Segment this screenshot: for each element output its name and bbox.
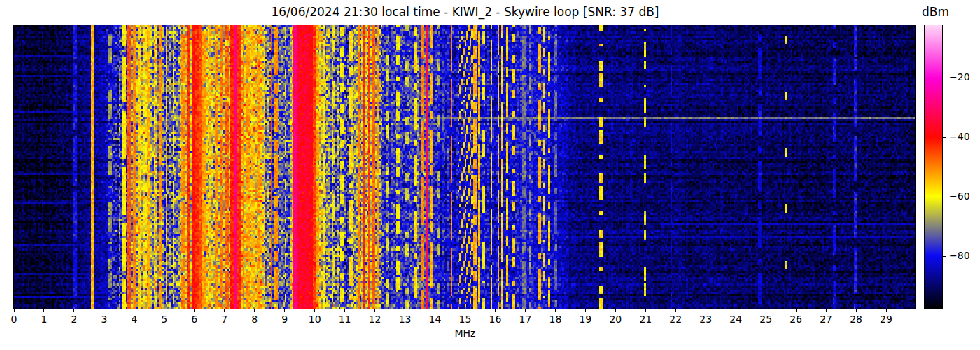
- x-tick-mark: [826, 309, 827, 312]
- x-tick-mark: [525, 309, 526, 312]
- x-tick-mark: [104, 309, 104, 312]
- x-tick-mark: [766, 309, 766, 312]
- x-tick-mark: [254, 309, 255, 312]
- x-tick-label: 24: [729, 314, 742, 325]
- x-tick-label: 4: [131, 314, 137, 325]
- x-tick-label: 21: [639, 314, 652, 325]
- x-tick-mark: [796, 309, 797, 312]
- x-tick-label: 18: [549, 314, 561, 325]
- colorbar-tick-mark: [943, 137, 946, 138]
- x-tick-label: 11: [339, 314, 351, 325]
- waterfall-plot-area: [13, 24, 916, 309]
- x-tick-mark: [194, 309, 195, 312]
- x-tick-label: 28: [850, 314, 862, 325]
- x-tick-mark: [134, 309, 134, 312]
- x-tick-label: 23: [699, 314, 712, 325]
- colorbar: [924, 24, 943, 309]
- x-tick-label: 9: [281, 314, 288, 325]
- x-tick-label: 27: [820, 314, 832, 325]
- x-tick-mark: [585, 309, 586, 312]
- x-tick-mark: [74, 309, 74, 312]
- x-tick-mark: [465, 309, 465, 312]
- x-tick-label: 3: [101, 314, 107, 325]
- x-tick-label: 5: [161, 314, 167, 325]
- colorbar-tick-label: −20: [949, 72, 970, 83]
- x-tick-mark: [706, 309, 706, 312]
- x-tick-mark: [856, 309, 857, 312]
- x-tick-label: 19: [579, 314, 592, 325]
- x-tick-label: 1: [41, 314, 47, 325]
- colorbar-label: dBm: [922, 5, 949, 19]
- x-tick-label: 22: [669, 314, 682, 325]
- x-tick-mark: [555, 309, 556, 312]
- colorbar-tick-mark: [943, 78, 946, 78]
- x-tick-mark: [736, 309, 736, 312]
- chart-title: 16/06/2024 21:30 local time - KIWI_2 - S…: [14, 5, 916, 19]
- x-tick-label: 10: [309, 314, 321, 325]
- x-tick-mark: [284, 309, 285, 312]
- x-tick-mark: [43, 309, 44, 312]
- colorbar-tick-label: −40: [949, 131, 970, 142]
- x-axis-label: MHz: [14, 328, 916, 339]
- x-tick-mark: [645, 309, 646, 312]
- x-tick-label: 7: [221, 314, 227, 325]
- x-tick-label: 15: [459, 314, 472, 325]
- x-tick-mark: [495, 309, 496, 312]
- x-tick-mark: [676, 309, 676, 312]
- colorbar-tick-label: −80: [949, 250, 970, 261]
- x-tick-mark: [224, 309, 225, 312]
- colorbar-tick-mark: [943, 197, 946, 197]
- x-tick-label: 29: [880, 314, 892, 325]
- x-tick-label: 17: [519, 314, 532, 325]
- x-tick-label: 20: [609, 314, 622, 325]
- waterfall-canvas: [14, 25, 915, 309]
- x-tick-mark: [344, 309, 345, 312]
- spectrogram-figure: 16/06/2024 21:30 local time - KIWI_2 - S…: [0, 0, 980, 350]
- x-tick-label: 13: [399, 314, 412, 325]
- x-tick-label: 8: [251, 314, 258, 325]
- x-tick-mark: [314, 309, 315, 312]
- x-tick-mark: [435, 309, 435, 312]
- x-tick-label: 26: [790, 314, 802, 325]
- x-tick-label: 2: [71, 314, 77, 325]
- colorbar-tick-label: −60: [949, 190, 970, 202]
- x-tick-mark: [14, 309, 15, 312]
- x-tick-label: 6: [191, 314, 197, 325]
- x-tick-mark: [405, 309, 405, 312]
- x-tick-mark: [886, 309, 887, 312]
- x-tick-label: 12: [369, 314, 382, 325]
- x-tick-mark: [164, 309, 164, 312]
- x-tick-mark: [615, 309, 616, 312]
- x-tick-label: 25: [760, 314, 772, 325]
- colorbar-tick-mark: [943, 256, 946, 257]
- x-tick-mark: [374, 309, 375, 312]
- x-tick-label: 14: [429, 314, 442, 325]
- x-tick-label: 16: [489, 314, 502, 325]
- x-tick-label: 0: [11, 314, 18, 325]
